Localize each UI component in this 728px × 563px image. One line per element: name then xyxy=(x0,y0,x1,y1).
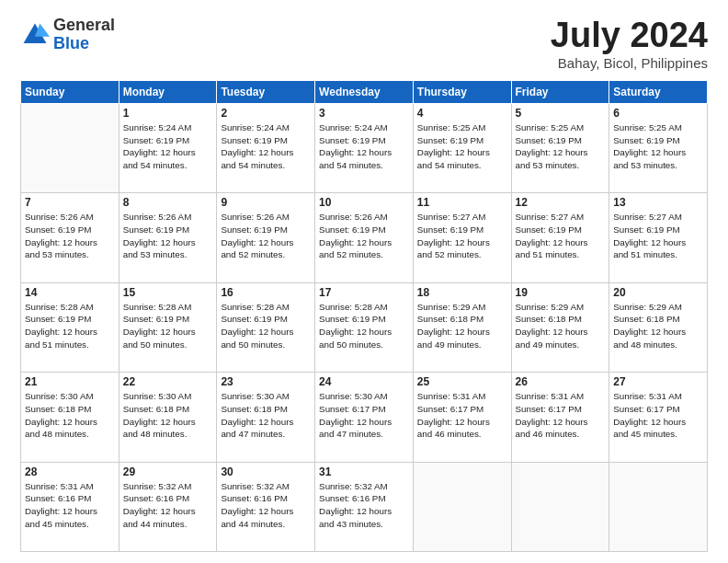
day-number: 24 xyxy=(319,375,409,388)
day-number: 7 xyxy=(25,196,115,209)
calendar-cell: 4Sunrise: 5:25 AMSunset: 6:19 PMDaylight… xyxy=(413,103,511,192)
day-info: Sunrise: 5:31 AMSunset: 6:17 PMDaylight:… xyxy=(417,390,507,441)
calendar-week-row: 7Sunrise: 5:26 AMSunset: 6:19 PMDaylight… xyxy=(21,193,708,282)
calendar-cell: 6Sunrise: 5:25 AMSunset: 6:19 PMDaylight… xyxy=(609,103,708,192)
day-number: 26 xyxy=(516,375,606,388)
day-info: Sunrise: 5:25 AMSunset: 6:19 PMDaylight:… xyxy=(417,121,507,172)
day-number: 20 xyxy=(613,286,703,299)
day-info: Sunrise: 5:28 AMSunset: 6:19 PMDaylight:… xyxy=(319,301,409,351)
day-number: 16 xyxy=(221,286,311,299)
day-number: 22 xyxy=(123,375,213,388)
calendar-cell: 21Sunrise: 5:30 AMSunset: 6:18 PMDayligh… xyxy=(21,373,119,462)
day-number: 27 xyxy=(613,375,703,388)
day-number: 25 xyxy=(417,375,507,388)
calendar-cell: 9Sunrise: 5:26 AMSunset: 6:19 PMDaylight… xyxy=(217,193,315,282)
calendar-cell: 5Sunrise: 5:25 AMSunset: 6:19 PMDaylight… xyxy=(511,103,609,192)
day-info: Sunrise: 5:32 AMSunset: 6:16 PMDaylight:… xyxy=(123,480,213,531)
day-info: Sunrise: 5:24 AMSunset: 6:19 PMDaylight:… xyxy=(319,121,409,172)
day-number: 10 xyxy=(319,196,409,209)
title-block: July 2024 Bahay, Bicol, Philippines xyxy=(551,17,708,71)
calendar-cell: 27Sunrise: 5:31 AMSunset: 6:17 PMDayligh… xyxy=(609,373,708,462)
header: General Blue July 2024 Bahay, Bicol, Phi… xyxy=(20,17,708,71)
day-info: Sunrise: 5:25 AMSunset: 6:19 PMDaylight:… xyxy=(516,121,606,172)
calendar-cell: 7Sunrise: 5:26 AMSunset: 6:19 PMDaylight… xyxy=(21,193,119,282)
day-info: Sunrise: 5:29 AMSunset: 6:18 PMDaylight:… xyxy=(613,301,703,351)
calendar-cell xyxy=(609,462,708,551)
logo-icon xyxy=(20,20,50,50)
day-info: Sunrise: 5:25 AMSunset: 6:19 PMDaylight:… xyxy=(613,121,703,172)
logo: General Blue xyxy=(20,17,115,53)
calendar-cell: 26Sunrise: 5:31 AMSunset: 6:17 PMDayligh… xyxy=(511,373,609,462)
calendar-cell: 23Sunrise: 5:30 AMSunset: 6:18 PMDayligh… xyxy=(217,373,315,462)
calendar-cell: 22Sunrise: 5:30 AMSunset: 6:18 PMDayligh… xyxy=(119,373,217,462)
calendar-cell: 20Sunrise: 5:29 AMSunset: 6:18 PMDayligh… xyxy=(609,282,708,372)
day-header-friday: Friday xyxy=(511,80,609,103)
day-info: Sunrise: 5:30 AMSunset: 6:18 PMDaylight:… xyxy=(123,390,213,441)
calendar-week-row: 1Sunrise: 5:24 AMSunset: 6:19 PMDaylight… xyxy=(21,103,708,192)
calendar-cell: 2Sunrise: 5:24 AMSunset: 6:19 PMDaylight… xyxy=(217,103,315,192)
calendar-cell xyxy=(21,103,119,192)
calendar-cell: 8Sunrise: 5:26 AMSunset: 6:19 PMDaylight… xyxy=(119,193,217,282)
day-number: 31 xyxy=(319,465,409,478)
day-number: 28 xyxy=(25,465,115,478)
day-info: Sunrise: 5:27 AMSunset: 6:19 PMDaylight:… xyxy=(417,211,507,261)
calendar-week-row: 21Sunrise: 5:30 AMSunset: 6:18 PMDayligh… xyxy=(21,373,708,462)
calendar-cell: 13Sunrise: 5:27 AMSunset: 6:19 PMDayligh… xyxy=(609,193,708,282)
month-title: July 2024 xyxy=(551,17,708,55)
day-info: Sunrise: 5:30 AMSunset: 6:18 PMDaylight:… xyxy=(221,390,311,441)
day-number: 23 xyxy=(221,375,311,388)
calendar-cell: 12Sunrise: 5:27 AMSunset: 6:19 PMDayligh… xyxy=(511,193,609,282)
day-number: 12 xyxy=(516,196,606,209)
calendar-table: SundayMondayTuesdayWednesdayThursdayFrid… xyxy=(20,80,708,552)
day-info: Sunrise: 5:32 AMSunset: 6:16 PMDaylight:… xyxy=(221,480,311,531)
calendar-cell xyxy=(413,462,511,551)
day-number: 1 xyxy=(123,107,213,120)
day-number: 14 xyxy=(25,286,115,299)
day-info: Sunrise: 5:27 AMSunset: 6:19 PMDaylight:… xyxy=(613,211,703,261)
day-info: Sunrise: 5:31 AMSunset: 6:17 PMDaylight:… xyxy=(516,390,606,441)
calendar-cell: 17Sunrise: 5:28 AMSunset: 6:19 PMDayligh… xyxy=(315,282,414,372)
calendar-cell: 19Sunrise: 5:29 AMSunset: 6:18 PMDayligh… xyxy=(511,282,609,372)
day-number: 17 xyxy=(319,286,409,299)
day-info: Sunrise: 5:26 AMSunset: 6:19 PMDaylight:… xyxy=(221,211,311,261)
day-info: Sunrise: 5:26 AMSunset: 6:19 PMDaylight:… xyxy=(123,211,213,261)
calendar-cell: 18Sunrise: 5:29 AMSunset: 6:18 PMDayligh… xyxy=(413,282,511,372)
day-info: Sunrise: 5:26 AMSunset: 6:19 PMDaylight:… xyxy=(319,211,409,261)
day-header-wednesday: Wednesday xyxy=(315,80,414,103)
calendar-cell: 25Sunrise: 5:31 AMSunset: 6:17 PMDayligh… xyxy=(413,373,511,462)
day-number: 13 xyxy=(613,196,703,209)
calendar-header-row: SundayMondayTuesdayWednesdayThursdayFrid… xyxy=(21,80,708,103)
calendar-cell: 31Sunrise: 5:32 AMSunset: 6:16 PMDayligh… xyxy=(315,462,414,551)
day-number: 30 xyxy=(221,465,311,478)
day-header-thursday: Thursday xyxy=(413,80,511,103)
location: Bahay, Bicol, Philippines xyxy=(551,55,708,71)
day-info: Sunrise: 5:30 AMSunset: 6:18 PMDaylight:… xyxy=(25,390,115,441)
day-header-tuesday: Tuesday xyxy=(217,80,315,103)
calendar-cell: 10Sunrise: 5:26 AMSunset: 6:19 PMDayligh… xyxy=(315,193,414,282)
day-number: 9 xyxy=(221,196,311,209)
day-info: Sunrise: 5:28 AMSunset: 6:19 PMDaylight:… xyxy=(25,301,115,351)
day-number: 11 xyxy=(417,196,507,209)
day-number: 4 xyxy=(417,107,507,120)
logo-text: General Blue xyxy=(53,17,115,53)
day-header-saturday: Saturday xyxy=(609,80,708,103)
day-number: 6 xyxy=(613,107,703,120)
day-info: Sunrise: 5:31 AMSunset: 6:16 PMDaylight:… xyxy=(25,480,115,531)
calendar-cell: 30Sunrise: 5:32 AMSunset: 6:16 PMDayligh… xyxy=(217,462,315,551)
calendar-cell: 15Sunrise: 5:28 AMSunset: 6:19 PMDayligh… xyxy=(119,282,217,372)
calendar-cell: 28Sunrise: 5:31 AMSunset: 6:16 PMDayligh… xyxy=(21,462,119,551)
calendar-cell: 1Sunrise: 5:24 AMSunset: 6:19 PMDaylight… xyxy=(119,103,217,192)
day-info: Sunrise: 5:29 AMSunset: 6:18 PMDaylight:… xyxy=(417,301,507,351)
day-header-monday: Monday xyxy=(119,80,217,103)
day-header-sunday: Sunday xyxy=(21,80,119,103)
day-info: Sunrise: 5:27 AMSunset: 6:19 PMDaylight:… xyxy=(516,211,606,261)
calendar-cell: 14Sunrise: 5:28 AMSunset: 6:19 PMDayligh… xyxy=(21,282,119,372)
day-info: Sunrise: 5:24 AMSunset: 6:19 PMDaylight:… xyxy=(221,121,311,172)
calendar-cell xyxy=(511,462,609,551)
calendar-cell: 29Sunrise: 5:32 AMSunset: 6:16 PMDayligh… xyxy=(119,462,217,551)
day-number: 3 xyxy=(319,107,409,120)
calendar-cell: 24Sunrise: 5:30 AMSunset: 6:17 PMDayligh… xyxy=(315,373,414,462)
calendar-week-row: 14Sunrise: 5:28 AMSunset: 6:19 PMDayligh… xyxy=(21,282,708,372)
day-number: 2 xyxy=(221,107,311,120)
day-number: 19 xyxy=(516,286,606,299)
